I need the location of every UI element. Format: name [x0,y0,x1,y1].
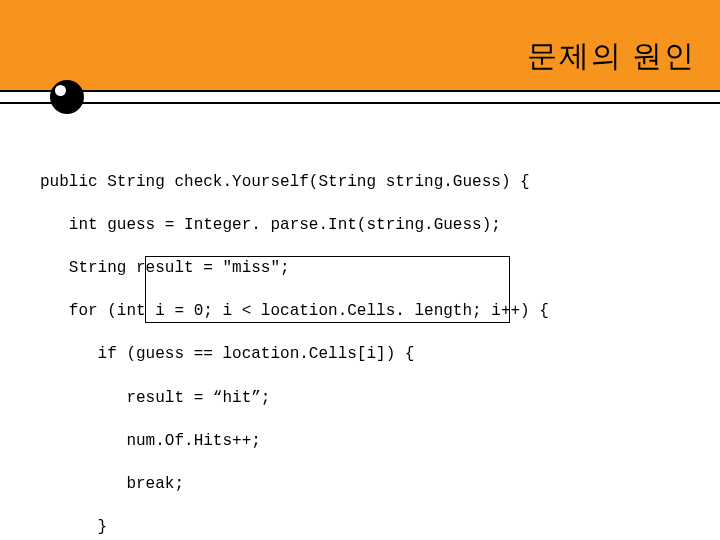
code-line: for (int i = 0; i < location.Cells. leng… [40,301,690,323]
slide-header: 문제의 원인 [0,0,720,110]
code-line: public String check.Yourself(String stri… [40,172,690,194]
code-line: result = “hit”; [40,388,690,410]
code-line: } [40,517,690,539]
slide-title: 문제의 원인 [527,36,697,77]
code-line: num.Of.Hits++; [40,431,690,453]
header-divider [0,90,720,104]
slide: 문제의 원인 public String check.Yourself(Stri… [0,0,720,540]
code-line: break; [40,474,690,496]
code-line: int guess = Integer. parse.Int(string.Gu… [40,215,690,237]
code-block: public String check.Yourself(String stri… [40,150,690,540]
code-line: String result = "miss"; [40,258,690,280]
code-line: if (guess == location.Cells[i]) { [40,344,690,366]
bullet-icon [50,80,84,114]
